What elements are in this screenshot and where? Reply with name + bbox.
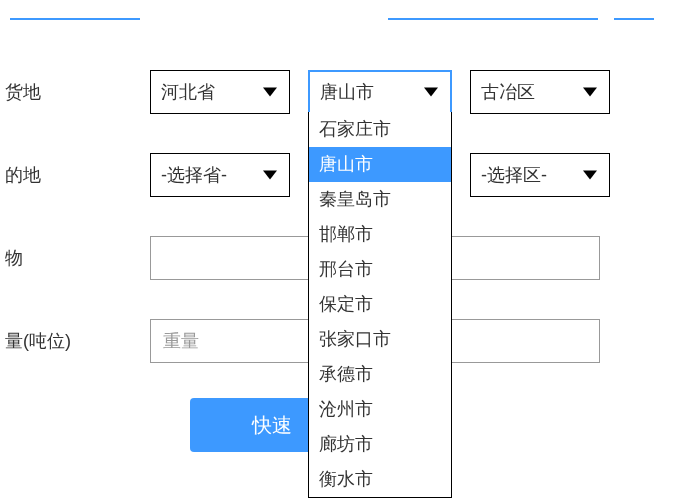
chevron-down-icon xyxy=(263,171,277,180)
origin-city-value: 唐山市 xyxy=(320,80,374,104)
city-option[interactable]: 衡水市 xyxy=(309,462,451,497)
city-dropdown-list[interactable]: 石家庄市唐山市秦皇岛市邯郸市邢台市保定市张家口市承德市沧州市廊坊市衡水市 xyxy=(308,112,452,498)
destination-district-select[interactable]: -选择区- xyxy=(470,153,610,197)
origin-province-select[interactable]: 河北省 xyxy=(150,70,290,114)
city-option[interactable]: 沧州市 xyxy=(309,392,451,427)
city-option[interactable]: 张家口市 xyxy=(309,322,451,357)
city-option[interactable]: 承德市 xyxy=(309,357,451,392)
chevron-down-icon xyxy=(583,171,597,180)
city-option[interactable]: 秦皇岛市 xyxy=(309,182,451,217)
origin-district-value: 古冶区 xyxy=(481,80,535,104)
chevron-down-icon xyxy=(424,88,438,97)
city-option[interactable]: 石家庄市 xyxy=(309,112,451,147)
goods-label: 物 xyxy=(0,246,140,270)
weight-label: 量(吨位) xyxy=(0,329,140,353)
origin-district-select[interactable]: 古冶区 xyxy=(470,70,610,114)
city-option[interactable]: 邯郸市 xyxy=(309,217,451,252)
city-option[interactable]: 保定市 xyxy=(309,287,451,322)
destination-province-value: -选择省- xyxy=(161,163,227,187)
destination-province-select[interactable]: -选择省- xyxy=(150,153,290,197)
destination-label: 的地 xyxy=(0,163,140,187)
top-underline-b xyxy=(388,18,598,20)
chevron-down-icon xyxy=(583,88,597,97)
origin-province-value: 河北省 xyxy=(161,80,215,104)
city-option[interactable]: 廊坊市 xyxy=(309,427,451,462)
top-underline-c xyxy=(614,18,654,20)
origin-city-select[interactable]: 唐山市 xyxy=(308,70,452,114)
city-option[interactable]: 唐山市 xyxy=(309,147,451,182)
top-underline-a xyxy=(10,18,140,20)
destination-district-value: -选择区- xyxy=(481,163,547,187)
city-option[interactable]: 邢台市 xyxy=(309,252,451,287)
chevron-down-icon xyxy=(263,88,277,97)
origin-label: 货地 xyxy=(0,80,140,104)
